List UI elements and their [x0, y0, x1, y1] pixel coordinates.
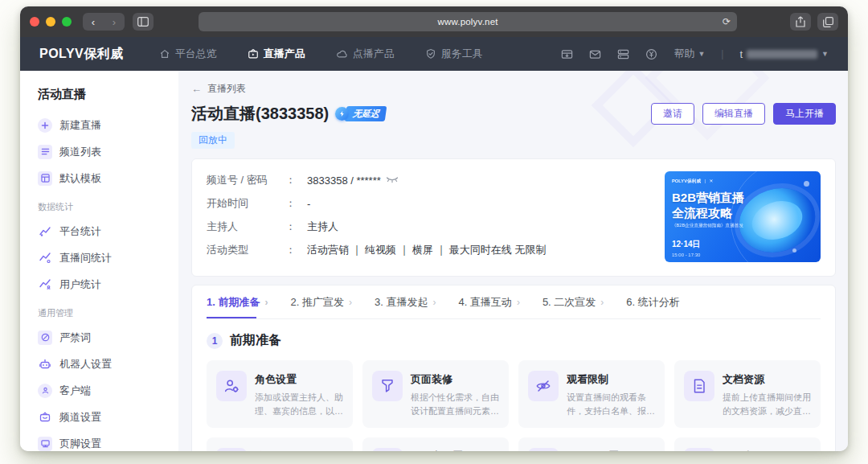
- url-text: www.polyv.net: [437, 17, 497, 27]
- card-watch-page-settings[interactable]: 观看页设置: [518, 437, 665, 451]
- sidebar-group-data-stats: 数据统计: [20, 191, 178, 218]
- app-navbar: POLYV保利威 平台总览 直播产品 点播产品 服务工具: [20, 37, 848, 71]
- card-chatroom-settings[interactable]: 聊天室设置: [362, 437, 509, 451]
- chevron-right-icon: ›: [349, 297, 352, 308]
- chevron-right-icon: ›: [432, 297, 436, 308]
- eye-off-icon: [528, 371, 559, 401]
- chevron-right-icon: ›: [264, 297, 268, 308]
- share-icon: [796, 16, 805, 27]
- card-watch-restriction[interactable]: 观看限制 设置直播间的观看条件，支持白名单、报名观看、验...: [518, 360, 665, 428]
- sidebar-item-banned-words[interactable]: 严禁词: [20, 324, 178, 351]
- forward-button[interactable]: ›: [104, 13, 125, 31]
- plus-icon: [38, 118, 52, 133]
- reload-icon[interactable]: ⟳: [723, 16, 731, 27]
- cloud-icon: [336, 48, 348, 60]
- tabs-overview-icon: [823, 17, 833, 27]
- line-chart-icon: [38, 277, 52, 292]
- minimize-window-button[interactable]: [46, 17, 55, 27]
- banner-time: 15:00 - 17:30: [672, 252, 700, 257]
- sidebar-title: 活动直播: [20, 84, 178, 112]
- help-menu[interactable]: 帮助▼: [674, 47, 705, 61]
- tab-preparation[interactable]: 1. 前期准备›: [207, 285, 268, 318]
- sidebar: 活动直播 新建直播 频道列表 默认模板 数据统计 平台统计: [20, 71, 178, 451]
- tab-analytics[interactable]: 6. 统计分析: [626, 285, 679, 318]
- sidebar-item-channel-list[interactable]: 频道列表: [20, 138, 178, 165]
- tab-re-promotion[interactable]: 5. 二次宣发›: [542, 285, 604, 318]
- close-window-button[interactable]: [30, 17, 39, 27]
- sidebar-item-client[interactable]: 客户端: [20, 377, 178, 404]
- tab-interaction[interactable]: 4. 直播互动›: [458, 285, 519, 318]
- client-icon: [38, 384, 52, 398]
- promo-banner[interactable]: POLYV保利威|✕ B2B营销直播 全流程攻略 《B2B企业直播营销指南》直播…: [665, 171, 821, 262]
- tabs-overview-button[interactable]: [817, 13, 838, 31]
- feature-cards-row-1: 角色设置 添加或设置主持人、助理、嘉宾的信息，以及新增助... 页面装修 根据个…: [207, 360, 821, 428]
- back-button[interactable]: ‹: [83, 13, 104, 31]
- embed-code-icon: [684, 448, 714, 451]
- window-controls: [30, 17, 72, 27]
- invite-button[interactable]: 邀请: [651, 103, 694, 125]
- browser-window: ‹ › www.polyv.net ⟳ POLYV保利威 平台总览: [20, 6, 848, 451]
- home-icon: [159, 48, 170, 60]
- sidebar-item-default-template[interactable]: 默认模板: [20, 165, 178, 191]
- banner-title: B2B营销直播 全流程攻略: [672, 191, 744, 221]
- coin-icon[interactable]: [645, 48, 657, 60]
- server-icon[interactable]: [617, 48, 629, 60]
- card-page-embed[interactable]: 页面嵌入: [674, 437, 821, 451]
- sidebar-toggle-icon: [137, 17, 149, 27]
- divider: |: [721, 48, 723, 60]
- card-document-resources[interactable]: 文档资源 提前上传直播期间使用的文档资源，减少直播中的失...: [674, 360, 821, 428]
- eye-closed-icon[interactable]: [386, 176, 399, 184]
- line-chart-icon: [38, 224, 52, 239]
- sidebar-toggle-button[interactable]: [133, 13, 154, 31]
- document-icon: [684, 371, 714, 401]
- workflow-panel: 1. 前期准备› 2. 推广宣发› 3. 直播发起› 4. 直播互动› 5. 二…: [191, 285, 836, 451]
- sidebar-item-robot-settings[interactable]: 机器人设置: [20, 351, 178, 377]
- live-icon: [248, 48, 259, 60]
- monitor-icon: [38, 437, 52, 451]
- polyv-logo[interactable]: POLYV保利威: [39, 46, 124, 63]
- browser-titlebar: ‹ › www.polyv.net ⟳: [20, 6, 848, 37]
- sidebar-item-channel-settings[interactable]: 频道设置: [20, 404, 178, 430]
- status-badge: 回放中: [191, 132, 235, 149]
- address-bar[interactable]: www.polyv.net ⟳: [199, 12, 737, 31]
- nav-item-platform-overview[interactable]: 平台总览: [159, 47, 217, 61]
- template-icon: [38, 171, 52, 186]
- card-role-settings[interactable]: 角色设置 添加或设置主持人、助理、嘉宾的信息，以及新增助...: [207, 360, 353, 428]
- breadcrumb[interactable]: ← 直播列表: [191, 71, 836, 96]
- tab-promotion[interactable]: 2. 推广宣发›: [290, 285, 351, 318]
- sidebar-item-new-live[interactable]: 新建直播: [20, 112, 178, 138]
- section-title: 前期准备: [230, 332, 281, 349]
- banner-date: 12·14日: [672, 239, 701, 250]
- tv-icon: [38, 410, 52, 425]
- banner-subtitle: 《B2B企业直播营销指南》直播首发: [672, 222, 743, 228]
- sidebar-group-general-manage: 通用管理: [20, 298, 178, 324]
- banned-icon: [38, 331, 52, 345]
- main-content: ← 直播列表 活动直播(3833358) 无延迟 邀请 编辑直播 马上开播: [178, 71, 848, 451]
- sidebar-item-platform-stats[interactable]: 平台统计: [20, 218, 178, 244]
- nav-item-live-products[interactable]: 直播产品: [248, 47, 305, 61]
- zoom-window-button[interactable]: [62, 17, 72, 27]
- card-anti-screen-record[interactable]: 防录屏: [207, 437, 353, 451]
- account-menu[interactable]: t ▼: [739, 48, 829, 60]
- storage-box-icon[interactable]: [561, 48, 573, 60]
- sidebar-item-room-stats[interactable]: 直播间统计: [20, 244, 178, 271]
- nav-item-vod-products[interactable]: 点播产品: [336, 47, 395, 61]
- robot-icon: [38, 357, 52, 372]
- start-live-button[interactable]: 马上开播: [773, 103, 836, 125]
- feature-cards-row-2: 防录屏 聊天室设置 观看页设置: [207, 437, 821, 451]
- chevron-down-icon: ▼: [698, 50, 705, 58]
- chevron-right-icon: ›: [600, 297, 604, 308]
- nav-item-service-tools[interactable]: 服务工具: [425, 47, 483, 61]
- sidebar-item-user-stats[interactable]: 用户统计: [20, 271, 178, 298]
- section-number-badge: 1: [207, 333, 223, 349]
- chevron-right-icon: ›: [517, 297, 520, 308]
- share-button[interactable]: [790, 13, 811, 31]
- mail-icon[interactable]: [589, 48, 601, 60]
- back-arrow-icon: ←: [191, 83, 202, 95]
- edit-live-button[interactable]: 编辑直播: [702, 103, 765, 125]
- card-page-decoration[interactable]: 页面装修 根据个性化需求，自由设计配置直播间元素，支持自...: [362, 360, 509, 428]
- sidebar-item-footer-settings[interactable]: 页脚设置: [20, 430, 178, 451]
- list-icon: [38, 145, 52, 159]
- tab-launch[interactable]: 3. 直播发起›: [375, 285, 436, 318]
- page-title: 活动直播(3833358): [191, 103, 329, 125]
